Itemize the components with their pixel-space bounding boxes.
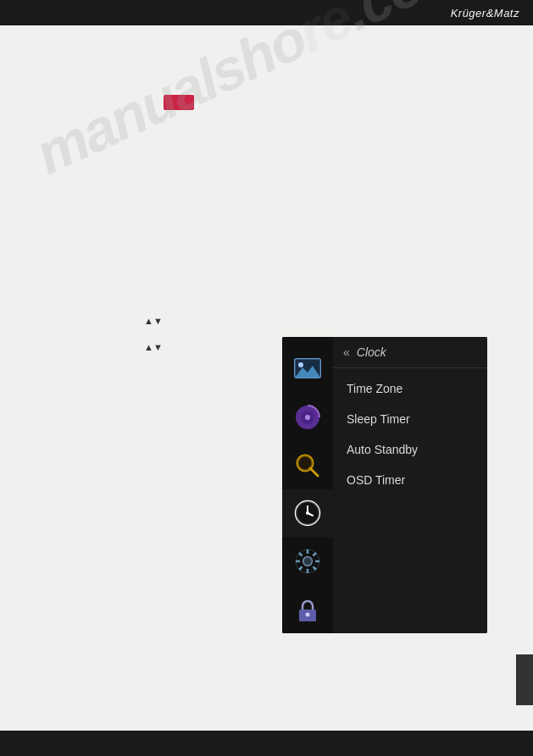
red-rectangle: [164, 95, 194, 110]
sidebar-item-lock[interactable]: [282, 585, 333, 633]
menu-header: « Clock: [333, 337, 487, 368]
back-arrow[interactable]: «: [343, 345, 350, 359]
menu-title: Clock: [357, 345, 386, 359]
svg-point-6: [305, 415, 310, 420]
watermark: manualshore.com: [25, 0, 477, 187]
picture-icon: [292, 354, 323, 384]
lock-icon: [292, 594, 323, 625]
svg-line-9: [310, 468, 318, 476]
svg-point-16: [303, 557, 312, 566]
svg-point-14: [306, 511, 309, 515]
svg-line-21: [299, 553, 303, 556]
menu-item-auto-standby[interactable]: Auto Standby: [333, 434, 487, 465]
menu-item-osd-timer[interactable]: OSD Timer: [333, 465, 487, 495]
sidebar-icons: [282, 337, 333, 633]
header-bar: Krüger&Matz: [0, 0, 533, 25]
sidebar-item-audio[interactable]: [282, 394, 333, 442]
menu-items-list: Time Zone Sleep Timer Auto Standby OSD T…: [333, 368, 487, 500]
sidebar-item-clock[interactable]: [282, 489, 333, 538]
svg-point-3: [298, 362, 303, 367]
sidebar-item-picture[interactable]: [282, 345, 333, 394]
search-icon: [292, 450, 323, 481]
arrow-indicator-2: ▲▼: [144, 341, 163, 354]
sidebar-item-search[interactable]: [282, 441, 333, 489]
tv-menu-panel: « Clock Time Zone Sleep Timer Auto Stand…: [282, 337, 487, 633]
corner-rectangle: [516, 654, 533, 705]
menu-item-timezone[interactable]: Time Zone: [333, 373, 487, 404]
settings-icon: [292, 546, 323, 577]
menu-content: « Clock Time Zone Sleep Timer Auto Stand…: [333, 337, 487, 633]
menu-item-sleep-timer[interactable]: Sleep Timer: [333, 404, 487, 434]
svg-line-24: [299, 567, 303, 571]
svg-point-28: [306, 612, 310, 616]
clock-icon: [292, 498, 323, 528]
bottom-bar: [0, 731, 533, 756]
svg-line-22: [314, 567, 317, 571]
svg-line-23: [314, 553, 317, 556]
audio-icon: [292, 402, 323, 433]
brand-label: Krüger&Matz: [451, 7, 519, 19]
arrow-indicator-1: ▲▼: [144, 315, 163, 328]
main-content: manualshore.com ▲▼ ▲▼: [0, 25, 533, 731]
sidebar-item-settings[interactable]: [282, 538, 333, 586]
